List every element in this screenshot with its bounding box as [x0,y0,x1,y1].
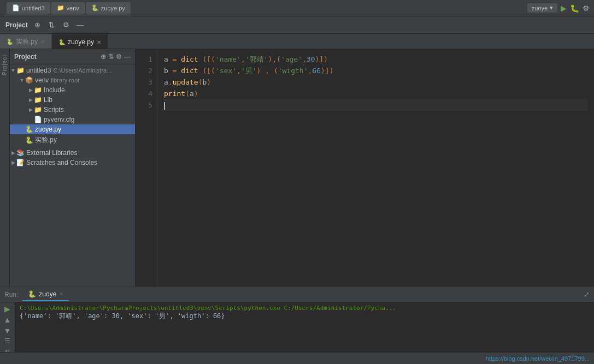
debug-button[interactable]: 🐛 [570,4,579,13]
tree-item-lib[interactable]: ▶ 📁 Lib [10,95,135,105]
project-header: Project ⊕ ⇅ ⚙ — [10,49,135,64]
code-line-1: a = dict ([('name','郭靖'),('age',30)]) [164,53,587,65]
run-arrow-up[interactable]: ▲ [2,315,14,324]
title-tab-label: venv [67,5,79,11]
run-config-label: zuoye [532,5,548,11]
arrow-right-icon: ▶ [10,160,16,165]
run-panel-content: ▶ ▲ ▼ ☰ ↵ C:\Users\Administrator\Pycharm… [0,302,594,352]
python-file-icon: 🐍 [25,126,33,133]
tree-item-label: Lib [44,96,52,104]
tree-item-zuoye[interactable]: 🐍 zuoye.py [10,124,135,134]
editor-tab-shiyan[interactable]: 🐍 实验.py ✕ [0,34,52,49]
code-line-3: a.update(b) [164,76,587,88]
content-area: Project Project ⊕ ⇅ ⚙ — ▼ 📁 untitled3 C:… [0,49,594,287]
chevron-down-icon: ▾ [550,4,553,11]
project-tree: ▼ 📁 untitled3 C:\Users\Administra... ▼ 📦… [10,64,135,287]
side-panel-tab[interactable]: Project [0,49,10,287]
run-label: Run: [4,291,18,299]
tree-item-venv[interactable]: ▼ 📦 venv library root [10,75,135,85]
title-tab-venv[interactable]: 📁 venv [51,2,85,14]
side-panel-label: Project [2,55,8,75]
status-bar: https://blog.csdn.net/weixin_4971799... [0,352,594,364]
tree-item-external-libs[interactable]: ▶ 📚 External Libraries [10,148,135,158]
editor-tab-zuoye[interactable]: 🐍 zuoye.py ✕ [52,34,108,49]
title-tab-label: zuoye.py [101,5,125,11]
line-numbers: 1 2 3 4 5 [136,49,157,287]
line-number: 5 [136,99,152,111]
settings-icon[interactable]: ☰ [2,337,14,345]
title-tab-zuoye[interactable]: 🐍 zuoye.py [86,2,131,14]
code-editor[interactable]: a = dict ([('name','郭靖'),('age',30)]) b … [157,49,594,287]
arrow-right-icon: ▶ [27,107,34,112]
tab-close-icon[interactable]: ✕ [40,39,45,45]
tree-item-label: pyvenv.cfg [44,116,74,123]
tree-item-root[interactable]: ▼ 📁 untitled3 C:\Users\Administra... [10,65,135,75]
title-tab-label: untitled3 [22,5,45,11]
arrow-right-icon: ▶ [10,150,16,156]
run-command: C:\Users\Administrator\PycharmProjects\u… [20,305,590,312]
editor-tabs: 🐍 实验.py ✕ 🐍 zuoye.py ✕ [0,34,594,49]
run-tab-icon: 🐍 [28,290,36,298]
header-icons: ⊕ ⇅ ⚙ — [101,53,131,61]
tree-item-pyvenv[interactable]: 📄 pyvenv.cfg [10,115,135,124]
project-label: Project [3,19,30,32]
title-bar: 📄 untitled3 📁 venv 🐍 zuoye.py zuoye ▾ ▶ … [0,0,594,16]
settings-button[interactable]: ⚙ [583,4,590,13]
arrow-right-icon: ▶ [27,87,34,93]
status-link[interactable]: https://blog.csdn.net/weixin_4971799... [486,355,590,362]
run-tab-close-icon[interactable]: ✕ [59,291,63,297]
tree-item-scripts[interactable]: ▶ 📁 Scripts [10,105,135,115]
run-side-toolbar: ▶ ▲ ▼ ☰ ↵ [0,302,15,352]
code-line-2: b = dict ([('sex','男') , ('wigth',66)]) [164,65,587,76]
line-number: 2 [136,65,152,76]
project-panel: Project ⊕ ⇅ ⚙ — ▼ 📁 untitled3 C:\Users\A… [10,49,136,287]
python-file-icon: 🐍 [58,39,65,45]
code-line-5 [164,99,587,111]
run-config[interactable]: zuoye ▾ [527,3,557,13]
scratches-icon: 📝 [16,159,25,166]
tree-root-label: untitled3 [26,67,51,74]
tab-close-icon[interactable]: ✕ [97,39,101,45]
tree-item-label: Scratches and Consoles [26,159,97,166]
toolbar-add-icon[interactable]: ⊕ [31,19,44,32]
tree-venv-label: venv [35,76,49,84]
minimize-icon[interactable]: — [124,53,131,61]
tree-item-label: Include [44,86,65,94]
arrow-down-icon: ▼ [19,77,25,83]
add-icon[interactable]: ⊕ [101,53,106,61]
gear-icon[interactable]: ⚙ [116,53,122,61]
editor-area: 1 2 3 4 5 a = dict ([('name','郭靖'),('age… [136,49,594,287]
run-arrow-down[interactable]: ▼ [2,326,14,335]
toolbar-settings-icon[interactable]: ⚙ [60,19,73,32]
tree-item-label: zuoye.py [35,126,61,133]
tree-item-label: Scripts [44,106,64,114]
sort-icon[interactable]: ⇅ [108,53,114,61]
folder-icon: 📁 [34,106,42,114]
folder-icon: 📁 [34,96,42,104]
toolbar-section: Project ⊕ ⇅ ⚙ — [3,19,87,32]
wrap-icon[interactable]: ↵ [2,347,14,352]
line-number: 3 [136,76,152,88]
tree-item-scratches[interactable]: ▶ 📝 Scratches and Consoles [10,158,135,168]
code-line-4: print(a) [164,88,587,99]
config-file-icon: 📄 [34,116,42,123]
run-again-button[interactable]: ▶ [2,305,14,313]
tree-item-label: External Libraries [26,149,77,157]
tree-item-include[interactable]: ▶ 📁 Include [10,85,135,95]
python-icon: 🐍 [91,4,99,11]
maximize-icon[interactable]: ⤢ [584,290,590,299]
toolbar-sort-icon[interactable]: ⇅ [45,19,58,32]
tree-item-label: 实验.py [35,135,57,145]
status-bar-right: https://blog.csdn.net/weixin_4971799... [486,355,590,362]
tree-item-shiyan[interactable]: 🐍 实验.py [10,134,135,146]
tab-label: zuoye.py [68,38,94,46]
title-tab-untitled3[interactable]: 📄 untitled3 [7,2,50,14]
run-panel-tab-zuoye[interactable]: 🐍 zuoye ✕ [22,288,69,301]
project-header-label: Project [14,53,37,61]
tree-root-path: C:\Users\Administra... [53,67,111,74]
run-button[interactable]: ▶ [561,4,567,13]
file-icon: 📄 [12,4,20,11]
tab-label: 实验.py [16,37,38,46]
toolbar-collapse-icon[interactable]: — [74,19,87,32]
run-panel-tabs: Run: 🐍 zuoye ✕ ⤢ [0,287,594,302]
